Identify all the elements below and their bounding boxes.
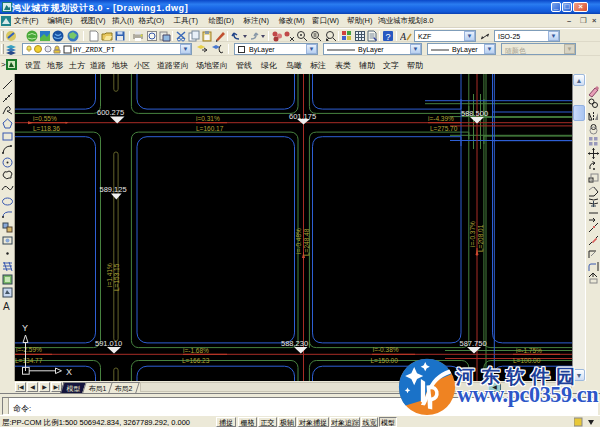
- svg-text:589.125: 589.125: [100, 185, 127, 194]
- svg-text:L=150.00: L=150.00: [371, 357, 399, 364]
- svg-text:i=1.41%: i=1.41%: [106, 263, 113, 287]
- svg-text:L=134.77: L=134.77: [15, 357, 43, 364]
- svg-text:L=275.70: L=275.70: [430, 125, 458, 132]
- svg-text:L=100.00: L=100.00: [513, 357, 541, 364]
- svg-text:588.500: 588.500: [461, 109, 488, 118]
- svg-text:L=248.48: L=248.48: [303, 228, 310, 256]
- svg-text:i=-0.38%: i=-0.38%: [373, 346, 399, 353]
- svg-text:L=166.23: L=166.23: [182, 357, 210, 364]
- svg-text:?: ?: [386, 32, 391, 42]
- svg-text:A: A: [400, 31, 407, 42]
- svg-text:i=-0.37%: i=-0.37%: [469, 221, 476, 247]
- svg-text:L=160.17: L=160.17: [196, 125, 224, 132]
- svg-text:Y: Y: [22, 323, 28, 333]
- svg-text:A: A: [3, 301, 10, 312]
- svg-text:i=0.31%: i=0.31%: [196, 115, 220, 122]
- svg-text:587.750: 587.750: [460, 339, 487, 348]
- svg-text:i=-1.68%: i=-1.68%: [183, 347, 209, 354]
- svg-text:X: X: [66, 367, 72, 377]
- svg-text:i=-0.48%: i=-0.48%: [295, 228, 302, 254]
- svg-text:L=208.01: L=208.01: [477, 224, 484, 252]
- svg-text:i=0.55%: i=0.55%: [33, 115, 57, 122]
- svg-text:600.275: 600.275: [97, 108, 124, 117]
- svg-text:L=118.36: L=118.36: [33, 125, 60, 132]
- svg-text:588.230: 588.230: [281, 339, 308, 348]
- svg-text:i=-2.59%: i=-2.59%: [16, 346, 42, 353]
- svg-text:L=153.15: L=153.15: [113, 263, 120, 291]
- svg-text:i=-4.39%: i=-4.39%: [428, 115, 454, 122]
- svg-text:591.010: 591.010: [95, 339, 122, 348]
- svg-text:i=-1.75%: i=-1.75%: [516, 347, 542, 354]
